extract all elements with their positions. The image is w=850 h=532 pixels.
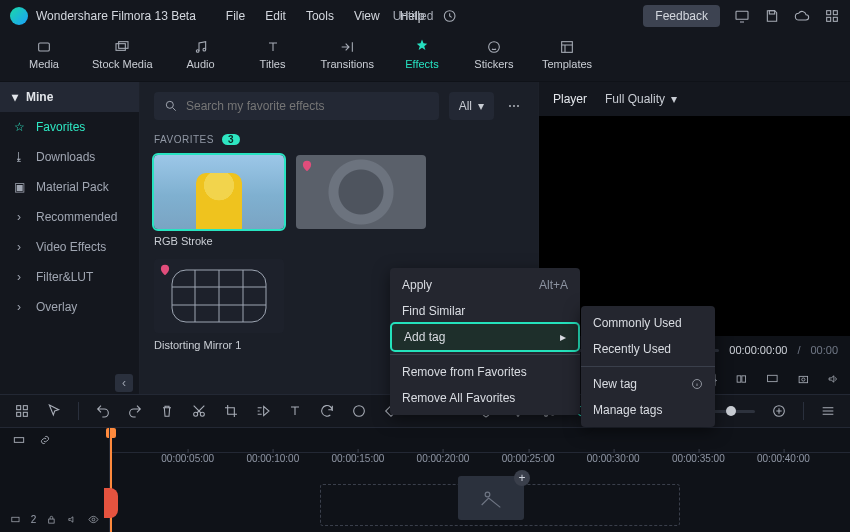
tab-audio[interactable]: Audio [177, 36, 225, 70]
transitions-icon [339, 39, 355, 55]
menu-edit[interactable]: Edit [265, 9, 286, 23]
zoom-handle[interactable] [726, 406, 736, 416]
collapse-sidebar-button[interactable]: ‹ [115, 374, 133, 392]
tag-new[interactable]: New tag [581, 371, 715, 397]
tab-media[interactable]: Media [20, 36, 68, 70]
cut-icon[interactable] [191, 403, 207, 419]
lock-icon[interactable] [46, 513, 57, 526]
text-tool-icon[interactable] [287, 403, 303, 419]
feedback-button[interactable]: Feedback [643, 5, 720, 27]
grid-icon[interactable] [824, 8, 840, 24]
chevron-right-icon: › [12, 240, 26, 254]
sidebar-item-overlay[interactable]: ›Overlay [0, 292, 139, 322]
svg-rect-24 [17, 412, 21, 416]
save-icon[interactable] [764, 8, 780, 24]
templates-icon [559, 39, 575, 55]
sidebar-item-recommended[interactable]: ›Recommended [0, 202, 139, 232]
preview-viewport[interactable] [539, 116, 850, 336]
divider [581, 366, 715, 367]
delete-icon[interactable] [159, 403, 175, 419]
effect-rgb-stroke[interactable]: RGB Stroke [154, 155, 284, 247]
sidebar-item-favorites[interactable]: ☆Favorites [0, 112, 139, 142]
timeline-ruler[interactable]: 00:00:05:00 00:00:10:00 00:00:15:00 00:0… [110, 452, 850, 472]
compare-icon[interactable] [735, 371, 748, 387]
tab-templates[interactable]: Templates [542, 36, 592, 70]
media-placeholder[interactable]: + [458, 476, 524, 520]
speed-icon[interactable] [255, 403, 271, 419]
ctx-remove-all-favorites[interactable]: Remove All Favorites [390, 385, 580, 411]
effect-countdown[interactable] [296, 155, 426, 247]
tab-titles[interactable]: Titles [249, 36, 297, 70]
svg-point-40 [92, 518, 95, 521]
audio-icon [193, 39, 209, 55]
favorites-count: 3 [222, 134, 240, 145]
volume-icon[interactable] [827, 371, 840, 387]
image-placeholder-icon [477, 484, 505, 512]
undo-icon[interactable] [95, 403, 111, 419]
timeline-menu-icon[interactable] [820, 403, 836, 419]
visibility-icon[interactable] [88, 513, 99, 526]
pointer-icon[interactable] [46, 403, 62, 419]
download-icon: ⭳ [12, 150, 26, 164]
monitor-icon[interactable] [734, 8, 750, 24]
sidebar-item-downloads[interactable]: ⭳Downloads [0, 142, 139, 172]
chevron-down-icon: ▾ [12, 90, 18, 104]
svg-rect-6 [833, 17, 837, 21]
menu-view[interactable]: View [354, 9, 380, 23]
tag-manage[interactable]: Manage tags [581, 397, 715, 423]
cloud-icon[interactable] [794, 8, 810, 24]
favorite-pin-icon [300, 159, 314, 173]
tab-effects[interactable]: Effects [398, 36, 446, 70]
svg-rect-5 [827, 17, 831, 21]
rotate-icon[interactable] [319, 403, 335, 419]
effect-distorting-mirror[interactable]: Distorting Mirror 1 [154, 259, 284, 351]
svg-point-29 [354, 406, 365, 417]
ctx-apply[interactable]: ApplyAlt+A [390, 272, 580, 298]
menu-tools[interactable]: Tools [306, 9, 334, 23]
info-icon [691, 378, 703, 390]
redo-icon[interactable] [127, 403, 143, 419]
titles-icon [265, 39, 281, 55]
zoom-in-icon[interactable] [771, 403, 787, 419]
svg-point-11 [203, 48, 206, 51]
chevron-right-icon: ▸ [560, 330, 566, 344]
quality-dropdown[interactable]: Full Quality▾ [605, 92, 677, 106]
tag-commonly-used[interactable]: Commonly Used [581, 310, 715, 336]
favorite-pin-icon [158, 263, 172, 277]
color-icon[interactable] [351, 403, 367, 419]
mirror-grid-icon [171, 269, 267, 323]
ctx-remove-favorite[interactable]: Remove from Favorites [390, 359, 580, 385]
sidebar-item-material-pack[interactable]: ▣Material Pack [0, 172, 139, 202]
star-icon: ☆ [12, 120, 26, 134]
selection-tool-icon[interactable] [14, 403, 30, 419]
svg-point-14 [166, 101, 173, 108]
sidebar-item-filter-lut[interactable]: ›Filter&LUT [0, 262, 139, 292]
menu-file[interactable]: File [226, 9, 245, 23]
more-menu-button[interactable]: ⋯ [504, 99, 524, 113]
add-media-button[interactable]: + [514, 470, 530, 486]
search-input[interactable] [186, 99, 429, 113]
ctx-find-similar[interactable]: Find Similar [390, 298, 580, 324]
tab-stock-media[interactable]: Stock Media [92, 36, 153, 70]
svg-rect-20 [767, 375, 777, 381]
player-tab[interactable]: Player [553, 92, 587, 106]
crop-icon[interactable] [223, 403, 239, 419]
clip-stub[interactable] [104, 488, 118, 518]
screen-icon[interactable] [766, 371, 779, 387]
snapshot-icon[interactable] [797, 371, 810, 387]
tab-transitions[interactable]: Transitions [321, 36, 374, 70]
svg-rect-9 [119, 42, 128, 49]
effects-icon [413, 38, 431, 56]
sidebar-header-mine[interactable]: ▾ Mine [0, 82, 139, 112]
search-box[interactable] [154, 92, 439, 120]
svg-rect-1 [736, 11, 748, 19]
svg-rect-21 [799, 376, 807, 382]
tab-stickers[interactable]: Stickers [470, 36, 518, 70]
filter-dropdown[interactable]: All▾ [449, 92, 494, 120]
chevron-right-icon: › [12, 210, 26, 224]
sidebar-item-video-effects[interactable]: ›Video Effects [0, 232, 139, 262]
tag-recently-used[interactable]: Recently Used [581, 336, 715, 362]
video-track-icon[interactable] [10, 513, 21, 526]
mute-icon[interactable] [67, 513, 78, 526]
ctx-add-tag[interactable]: Add tag▸ [392, 324, 578, 350]
